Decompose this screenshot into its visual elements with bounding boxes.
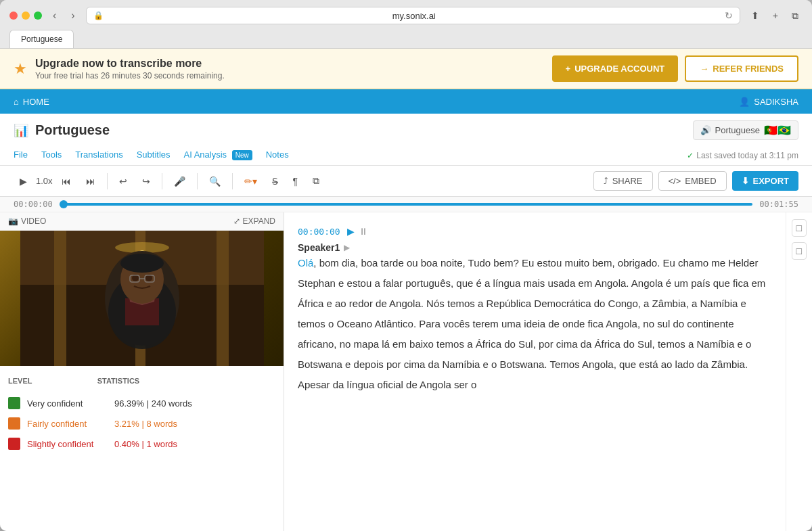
- browser-tab[interactable]: Portuguese: [9, 30, 74, 48]
- divider-3: [197, 173, 198, 189]
- speaker-arrow[interactable]: ▶: [344, 243, 350, 252]
- banner-text: Upgrade now to transcribe more Your free…: [35, 57, 225, 80]
- transcript-sidebar: □ □: [786, 212, 812, 531]
- menu-file[interactable]: File: [14, 145, 28, 165]
- speaker-name: Speaker1: [298, 242, 340, 253]
- stats-row-fairly-confident: Fairly confident 3.21% | 8 words: [8, 413, 275, 434]
- share-button[interactable]: ⤴ SHARE: [593, 171, 653, 191]
- editor-title-row: 📊 Portuguese 🔊 Portuguese 🇵🇹🇧🇷: [14, 120, 798, 140]
- waveform-icon: 📊: [14, 123, 28, 138]
- rewind-button[interactable]: ⏮: [55, 172, 77, 190]
- undo-button[interactable]: ↩: [113, 172, 133, 190]
- refer-arrow-icon: →: [700, 64, 708, 74]
- reload-icon[interactable]: ↻: [725, 10, 733, 21]
- home-icon: ⌂: [14, 97, 19, 107]
- microphone-button[interactable]: 🎤: [168, 172, 191, 190]
- strikethrough-button[interactable]: S̶: [266, 172, 284, 190]
- expand-icon: ⤢: [233, 216, 240, 226]
- upgrade-plus-icon: +: [566, 64, 571, 74]
- language-label: Portuguese: [715, 125, 761, 135]
- stats-header-label: STATISTICS: [97, 377, 275, 385]
- pause-segment-icon[interactable]: ⏸: [359, 226, 368, 237]
- menu-translations[interactable]: Translations: [75, 145, 122, 165]
- user-nav-item[interactable]: 👤 SADIKSHA: [739, 97, 798, 107]
- app-content: ★ Upgrade now to transcribe more Your fr…: [0, 49, 812, 531]
- language-badge[interactable]: 🔊 Portuguese 🇵🇹🇧🇷: [693, 120, 799, 140]
- fairly-confident-value: 3.21% | 8 words: [114, 419, 275, 429]
- redo-button[interactable]: ↪: [136, 172, 156, 190]
- speaker-label: Speaker1 ▶: [298, 242, 772, 253]
- banner-subtitle: Your free trial has 26 minutes 30 second…: [35, 71, 225, 80]
- segment-header: 00:00:00 ▶ ⏸: [298, 226, 772, 237]
- browser-add-button[interactable]: +: [769, 8, 782, 24]
- back-button[interactable]: ‹: [49, 8, 60, 23]
- timeline-end: 00:01:55: [759, 200, 798, 209]
- expand-button[interactable]: ⤢ EXPAND: [233, 216, 275, 226]
- address-bar-container: 🔒 ↻: [86, 7, 740, 24]
- banner-left: ★ Upgrade now to transcribe more Your fr…: [14, 57, 225, 80]
- toolbar-right: ⤴ SHARE </> EMBED ⬇ EXPORT: [593, 171, 798, 191]
- fast-forward-button[interactable]: ⏭: [80, 172, 102, 190]
- timeline-thumb[interactable]: [60, 200, 68, 208]
- play-button[interactable]: ▶: [14, 172, 33, 190]
- video-content: [20, 231, 264, 366]
- transcript-panel[interactable]: 00:00:00 ▶ ⏸ Speaker1 ▶ Olá, bom dia, bo…: [284, 212, 786, 531]
- menu-notes[interactable]: Notes: [266, 145, 289, 165]
- menu-tools[interactable]: Tools: [41, 145, 62, 165]
- transcript-text[interactable]: Olá, bom dia, boa tarde ou boa noite, Tu…: [298, 253, 772, 395]
- copy-button[interactable]: ⧉: [307, 172, 325, 190]
- main-content: 📷 VIDEO ⤢ EXPAND: [0, 212, 812, 531]
- home-nav-item[interactable]: ⌂ HOME: [14, 97, 49, 107]
- banner-buttons: + UPGRADE ACCOUNT → REFER FRIENDS: [552, 55, 798, 82]
- tab-title: Portuguese: [21, 34, 62, 44]
- save-status-text: Last saved today at 3:11 pm: [696, 151, 798, 160]
- language-flags: 🇵🇹🇧🇷: [764, 124, 791, 137]
- segment-time[interactable]: 00:00:00: [298, 227, 340, 237]
- stats-row-slightly-confident: Slightly confident 0.40% | 1 words: [8, 434, 275, 454]
- minimize-button[interactable]: [22, 11, 30, 20]
- search-button[interactable]: 🔍: [203, 172, 227, 190]
- share-icon: ⤴: [604, 176, 608, 186]
- browser-share-button[interactable]: ⬆: [747, 8, 763, 24]
- slightly-confident-label: Slightly confident: [27, 439, 108, 449]
- embed-button[interactable]: </> EMBED: [658, 171, 727, 191]
- svg-point-15: [120, 254, 164, 273]
- timeline-track[interactable]: [60, 203, 752, 206]
- expand-label: EXPAND: [243, 216, 275, 226]
- paragraph-button[interactable]: ¶: [287, 172, 304, 190]
- highlight-button[interactable]: ✏▾: [238, 172, 263, 190]
- divider-4: [232, 173, 233, 189]
- export-icon: ⬇: [742, 176, 749, 186]
- fairly-confident-label: Fairly confident: [27, 419, 108, 429]
- refer-label: REFER FRIENDS: [713, 64, 784, 74]
- speed-label: 1.0x: [36, 176, 53, 186]
- checkmark-icon: ✓: [687, 151, 694, 160]
- address-bar[interactable]: [108, 11, 721, 21]
- play-segment-icon[interactable]: ▶: [347, 226, 355, 237]
- highlighted-word: Olá: [298, 257, 313, 269]
- stats-table: LEVEL STATISTICS Very confident 96.39% |…: [0, 366, 284, 531]
- maximize-button[interactable]: [34, 11, 42, 20]
- timeline-start: 00:00:00: [14, 200, 53, 209]
- refer-friends-button[interactable]: → REFER FRIENDS: [685, 55, 798, 82]
- slightly-confident-value: 0.40% | 1 words: [114, 439, 275, 449]
- sidebar-icon-btn-1[interactable]: □: [792, 219, 807, 237]
- star-icon: ★: [14, 60, 27, 78]
- timeline-bar[interactable]: 00:00:00 00:01:55: [0, 197, 812, 212]
- forward-button[interactable]: ›: [67, 8, 78, 23]
- embed-label: EMBED: [685, 176, 716, 186]
- upgrade-label: UPGRADE ACCOUNT: [574, 64, 664, 74]
- sidebar-icon-btn-2[interactable]: □: [792, 242, 807, 260]
- close-button[interactable]: [9, 11, 18, 20]
- divider-2: [162, 173, 162, 189]
- left-panel: 📷 VIDEO ⤢ EXPAND: [0, 212, 284, 531]
- video-frame: [0, 231, 284, 366]
- menu-ai-analysis[interactable]: AI Analysis New: [184, 145, 252, 165]
- upgrade-account-button[interactable]: + UPGRADE ACCOUNT: [552, 55, 679, 82]
- export-button[interactable]: ⬇ EXPORT: [732, 171, 798, 191]
- speaker-icon: 🔊: [700, 125, 711, 135]
- level-header: LEVEL: [8, 377, 97, 385]
- browser-windows-button[interactable]: ⧉: [788, 8, 803, 24]
- menu-subtitles[interactable]: Subtitles: [137, 145, 171, 165]
- nav-bar: ⌂ HOME 👤 SADIKSHA: [0, 89, 812, 114]
